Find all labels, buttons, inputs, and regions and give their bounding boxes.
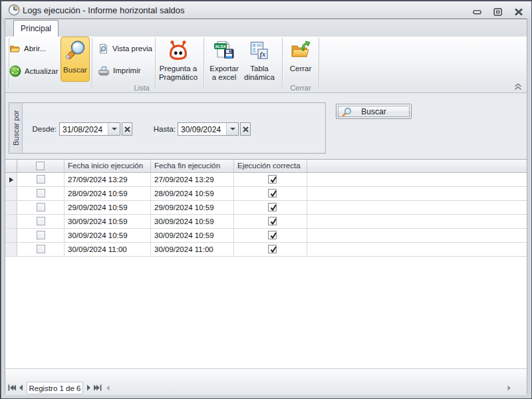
hasta-dropdown-button[interactable] — [226, 123, 238, 135]
row-checkbox[interactable] — [37, 231, 45, 239]
ejecucion-correcta-cell[interactable] — [234, 229, 307, 242]
buscar-ribbon-button[interactable]: Buscar — [61, 37, 90, 82]
ejecucion-correcta-cell[interactable] — [234, 201, 307, 214]
fecha-fin-cell[interactable]: 29/09/2024 10:59 — [151, 201, 234, 214]
row-select-cell[interactable] — [17, 229, 65, 242]
ejecucion-correcta-checkbox[interactable] — [268, 217, 277, 225]
clear-x-icon — [243, 126, 249, 132]
scroll-right-button[interactable] — [507, 385, 511, 391]
ejecucion-correcta-checkbox[interactable] — [268, 245, 277, 253]
tabla-dinamica-label: Tabladinámica — [239, 65, 279, 82]
row-select-cell[interactable] — [17, 215, 65, 228]
close-button[interactable] — [514, 8, 523, 16]
abrir-label: Abrir... — [24, 45, 46, 53]
fecha-fin-cell[interactable]: 30/09/2024 10:59 — [151, 229, 234, 242]
ejecucion-correcta-cell[interactable] — [234, 173, 307, 186]
ejecucion-correcta-cell[interactable] — [234, 215, 307, 228]
ejecucion-correcta-checkbox[interactable] — [268, 231, 277, 239]
fecha-inicio-cell[interactable]: 27/09/2024 13:29 — [65, 173, 151, 186]
maximize-button[interactable] — [493, 8, 503, 16]
desde-dropdown-button[interactable] — [108, 123, 120, 135]
ribbon-separator — [92, 38, 93, 88]
svg-text:fx: fx — [260, 51, 265, 58]
ejecucion-correcta-cell[interactable] — [234, 243, 307, 256]
printer-icon — [98, 65, 110, 76]
vista-previa-button[interactable]: Vista previa — [96, 41, 154, 56]
grid-row[interactable]: 30/09/2024 11:00 30/09/2024 11:00 — [5, 243, 527, 257]
header-fecha-inicio[interactable]: Fecha inicio ejecución — [65, 160, 151, 172]
grid-row[interactable]: 27/09/2024 13:29 27/09/2024 13:29 — [5, 173, 527, 187]
check-icon — [269, 203, 277, 211]
cerrar-button[interactable]: Cerrar — [283, 37, 318, 88]
row-select-cell[interactable] — [17, 243, 65, 256]
row-checkbox[interactable] — [37, 203, 45, 211]
desde-date-editor[interactable]: 31/08/2024 — [59, 122, 120, 136]
fecha-fin-cell[interactable]: 27/09/2024 13:29 — [151, 173, 234, 186]
grid-row[interactable]: 30/09/2024 10:59 30/09/2024 10:59 — [5, 215, 527, 229]
header-fecha-fin[interactable]: Fecha fin ejecución — [151, 160, 234, 172]
select-all-checkbox[interactable] — [36, 162, 45, 170]
row-indicator — [5, 243, 17, 256]
minimize-button[interactable] — [473, 8, 482, 16]
cerrar-label: Cerrar — [283, 65, 318, 73]
tab-principal[interactable]: Principal — [13, 20, 59, 37]
check-icon — [269, 175, 277, 184]
row-select-cell[interactable] — [17, 173, 65, 186]
fecha-fin-cell[interactable]: 30/09/2024 11:00 — [151, 243, 234, 256]
row-checkbox[interactable] — [37, 189, 45, 198]
row-checkbox[interactable] — [37, 245, 45, 253]
ejecucion-correcta-checkbox[interactable] — [268, 189, 277, 198]
fecha-inicio-cell[interactable]: 30/09/2024 10:59 — [65, 215, 151, 228]
row-indicator — [5, 201, 17, 214]
ribbon: Abrir... Actualizar — [5, 37, 527, 93]
refresh-icon — [9, 65, 21, 77]
group-label-lista: Lista — [115, 84, 168, 92]
ejecucion-correcta-cell[interactable] — [234, 187, 307, 200]
row-select-cell[interactable] — [17, 201, 65, 214]
grid-row[interactable]: 29/09/2024 10:59 29/09/2024 10:59 — [5, 201, 527, 215]
header-ejecucion-correcta[interactable]: Ejecución correcta — [234, 160, 307, 172]
ejecucion-correcta-checkbox[interactable] — [268, 203, 277, 211]
fecha-inicio-cell[interactable]: 29/09/2024 10:59 — [65, 201, 151, 214]
pivot-table-icon: fx — [248, 39, 271, 62]
ejecucion-correcta-checkbox[interactable] — [268, 175, 277, 184]
actualizar-button[interactable]: Actualizar — [7, 64, 61, 78]
check-icon — [269, 231, 277, 239]
pregunta-pragmatico-button[interactable]: Pregunta aPragmático — [157, 37, 200, 88]
imprimir-button[interactable]: Imprimir — [96, 63, 143, 78]
vista-previa-label: Vista previa — [112, 45, 152, 53]
abrir-button[interactable]: Abrir... — [7, 41, 48, 56]
next-record-button[interactable] — [86, 384, 91, 391]
fecha-inicio-cell[interactable]: 28/09/2024 10:59 — [65, 187, 151, 200]
excel-export-icon: XLSX — [213, 39, 235, 62]
last-record-button[interactable] — [94, 384, 102, 391]
scroll-left-button[interactable] — [106, 385, 110, 391]
buscar-ribbon-label: Buscar — [61, 66, 89, 74]
current-row-arrow-icon — [9, 177, 14, 183]
buscar-search-button[interactable]: Buscar — [336, 104, 412, 119]
fecha-inicio-cell[interactable]: 30/09/2024 10:59 — [65, 229, 151, 242]
header-select-all[interactable] — [17, 160, 65, 172]
desde-clear-button[interactable] — [122, 122, 132, 136]
collapse-ribbon-icon[interactable] — [513, 83, 523, 90]
previous-record-button[interactable] — [19, 384, 23, 391]
hasta-clear-button[interactable] — [240, 122, 251, 136]
grid-row[interactable]: 30/09/2024 10:59 30/09/2024 10:59 — [5, 229, 527, 243]
tabla-dinamica-button[interactable]: fx Tabladinámica — [239, 37, 279, 88]
filter-panel-caption: Buscar por — [9, 103, 23, 153]
row-checkbox[interactable] — [37, 217, 45, 225]
buscar-search-label: Buscar — [336, 107, 411, 116]
print-preview-icon — [98, 43, 109, 55]
first-record-button[interactable] — [8, 384, 16, 391]
buscar-por-label: Buscar por — [9, 103, 23, 153]
row-checkbox[interactable] — [37, 175, 45, 184]
row-select-cell[interactable] — [17, 187, 65, 200]
fecha-inicio-cell[interactable]: 30/09/2024 11:00 — [65, 243, 151, 256]
hasta-date-editor[interactable]: 30/09/2024 — [178, 122, 239, 136]
fecha-fin-cell[interactable]: 28/09/2024 10:59 — [151, 187, 234, 200]
hasta-label: Hasta: — [148, 125, 176, 133]
ribbon-separator — [155, 38, 156, 88]
check-icon — [269, 189, 277, 198]
fecha-fin-cell[interactable]: 30/09/2024 10:59 — [151, 215, 234, 228]
grid-row[interactable]: 28/09/2024 10:59 28/09/2024 10:59 — [5, 187, 527, 201]
